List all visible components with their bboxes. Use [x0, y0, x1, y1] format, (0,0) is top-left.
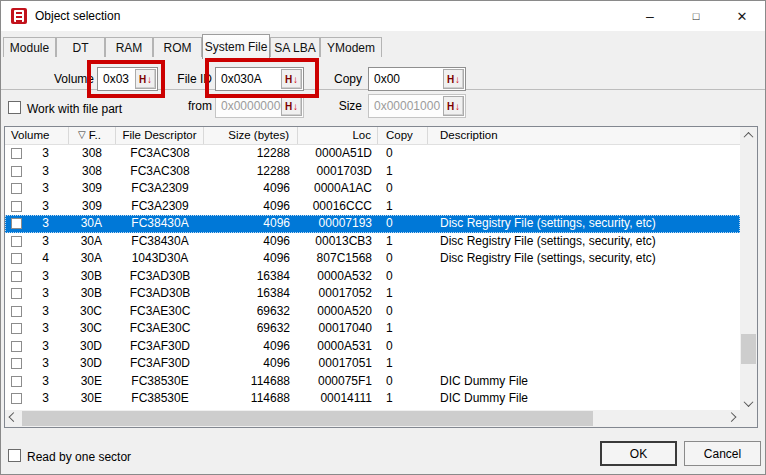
table-row[interactable]: 3309FC3A2309409600016CCC1 — [5, 198, 740, 216]
cell-loc: 0000A531 — [298, 338, 378, 356]
cell-copy: 0 — [378, 215, 428, 233]
cell-file-descriptor: FC3AC308 — [116, 145, 204, 163]
scrollbar-corner — [740, 410, 757, 427]
chevron-right-icon — [727, 412, 737, 422]
table-row[interactable]: 3308FC3AC308122880000A51D0 — [5, 145, 740, 163]
cell-description — [428, 268, 740, 286]
cell-size: 69632 — [204, 303, 298, 321]
cell-file-descriptor: FC38430A — [116, 215, 204, 233]
column-header-file-descriptor[interactable]: File Descriptor — [116, 127, 204, 144]
row-checkbox[interactable] — [11, 393, 22, 404]
row-checkbox[interactable] — [11, 306, 22, 317]
copy-hex-button[interactable]: H↓ — [443, 69, 464, 89]
table-row[interactable]: 3308FC3AC308122880001703D1 — [5, 163, 740, 181]
vertical-scrollbar[interactable] — [740, 127, 757, 412]
column-header-copy[interactable]: Copy — [378, 127, 428, 144]
cell-description — [428, 198, 740, 216]
minimize-button[interactable]: – — [627, 1, 673, 31]
tab-ymodem[interactable]: YModem — [320, 37, 382, 57]
cell-file-id: 308 — [69, 163, 116, 181]
table-row[interactable]: 3309FC3A230940960000A1AC0 — [5, 180, 740, 198]
close-button[interactable]: ✕ — [719, 1, 765, 31]
cell-file-id: 309 — [69, 198, 116, 216]
tab-ram[interactable]: RAM — [105, 37, 153, 57]
size-hex-button[interactable]: H↓ — [443, 96, 464, 116]
file-id-input[interactable]: 0x030A H↓ — [215, 67, 304, 91]
row-checkbox[interactable] — [11, 288, 22, 299]
window-title: Object selection — [35, 9, 120, 23]
tab-system-file[interactable]: System File — [202, 34, 270, 59]
read-by-one-sector-checkbox[interactable] — [8, 449, 21, 462]
row-checkbox[interactable] — [11, 271, 22, 282]
row-checkbox[interactable] — [11, 201, 22, 212]
cell-file-descriptor: FC3AF30D — [116, 355, 204, 373]
table-row[interactable]: 330EFC38530E114688000141111DIC Dummy Fil… — [5, 390, 740, 408]
cancel-button[interactable]: Cancel — [684, 441, 761, 466]
from-input[interactable]: 0x00000000 H↓ — [215, 94, 304, 118]
ok-button[interactable]: OK — [600, 441, 677, 466]
cell-file-descriptor: FC3A2309 — [116, 198, 204, 216]
column-header-description[interactable]: Description — [428, 127, 740, 144]
tab-dt[interactable]: DT — [56, 37, 105, 57]
from-hex-button[interactable]: H↓ — [281, 96, 302, 116]
horizontal-scrollbar-thumb[interactable] — [22, 411, 593, 426]
cell-size: 4096 — [204, 233, 298, 251]
tab-label: System File — [205, 40, 268, 54]
volume-value: 0x03 — [98, 72, 135, 86]
cell-copy: 0 — [378, 180, 428, 198]
column-header-loc[interactable]: Loc — [298, 127, 378, 144]
row-checkbox[interactable] — [11, 341, 22, 352]
tab-rom[interactable]: ROM — [153, 37, 202, 57]
vertical-scrollbar-thumb[interactable] — [741, 334, 756, 364]
row-checkbox[interactable] — [11, 236, 22, 247]
table-row[interactable]: 330DFC3AF30D40960000A5310 — [5, 338, 740, 356]
row-checkbox[interactable] — [11, 376, 22, 387]
row-checkbox[interactable] — [11, 148, 22, 159]
work-with-file-part-checkbox[interactable] — [8, 101, 21, 114]
cell-file-id: 30A — [69, 233, 116, 251]
table-row[interactable]: 330BFC3AD30B163840000A5320 — [5, 268, 740, 286]
cell-file-id: 30A — [69, 215, 116, 233]
table-row[interactable]: 330AFC38430A409600013CB31Disc Registry F… — [5, 233, 740, 251]
cell-loc: 0001703D — [298, 163, 378, 181]
size-label: Size — [318, 99, 362, 113]
volume-hex-button[interactable]: H↓ — [135, 69, 156, 89]
scroll-up-button[interactable] — [740, 127, 757, 144]
volume-input[interactable]: 0x03 H↓ — [97, 67, 158, 91]
maximize-button[interactable]: □ — [673, 1, 719, 31]
row-checkbox[interactable] — [11, 323, 22, 334]
scroll-left-button[interactable] — [5, 410, 22, 427]
row-checkbox[interactable] — [11, 183, 22, 194]
row-checkbox[interactable] — [11, 218, 22, 229]
row-checkbox[interactable] — [11, 358, 22, 369]
cell-loc: 00007193 — [298, 215, 378, 233]
table-row[interactable]: 430A1043D30A4096807C15680Disc Registry F… — [5, 250, 740, 268]
tab-module[interactable]: Module — [3, 37, 56, 57]
table-row[interactable]: 330CFC3AE30C69632000170401 — [5, 320, 740, 338]
column-header-size[interactable]: Size (bytes) — [204, 127, 298, 144]
table-row[interactable]: 330DFC3AF30D4096000170511 — [5, 355, 740, 373]
table-row[interactable]: 330BFC3AD30B16384000170521 — [5, 285, 740, 303]
row-checkbox[interactable] — [11, 166, 22, 177]
tab-sa-lba[interactable]: SA LBA — [270, 37, 320, 57]
column-header-file-id[interactable]: ▽F.. — [69, 127, 116, 144]
copy-value: 0x00 — [369, 72, 443, 86]
cell-loc: 0000A1AC — [298, 180, 378, 198]
horizontal-scrollbar[interactable] — [5, 410, 740, 427]
table-row[interactable]: 330EFC38530E114688000075F10DIC Dummy Fil… — [5, 373, 740, 391]
cell-volume: 4 — [22, 250, 69, 268]
table-row[interactable]: 330AFC38430A4096000071930Disc Registry F… — [5, 215, 740, 233]
row-checkbox[interactable] — [11, 253, 22, 264]
cell-file-descriptor: FC3AE30C — [116, 303, 204, 321]
scroll-right-button[interactable] — [723, 410, 740, 427]
cell-file-id: 30C — [69, 303, 116, 321]
cell-description: Disc Registry File (settings, security, … — [428, 233, 740, 251]
size-input[interactable]: 0x00001000 H↓ — [368, 94, 466, 118]
cell-description: Disc Registry File (settings, security, … — [428, 250, 740, 268]
copy-input[interactable]: 0x00 H↓ — [368, 67, 466, 91]
file-id-hex-button[interactable]: H↓ — [281, 69, 302, 89]
table-row[interactable]: 330CFC3AE30C696320000A5200 — [5, 303, 740, 321]
cell-size: 114688 — [204, 390, 298, 408]
cell-description — [428, 338, 740, 356]
column-header-volume[interactable]: Volume — [5, 127, 69, 144]
